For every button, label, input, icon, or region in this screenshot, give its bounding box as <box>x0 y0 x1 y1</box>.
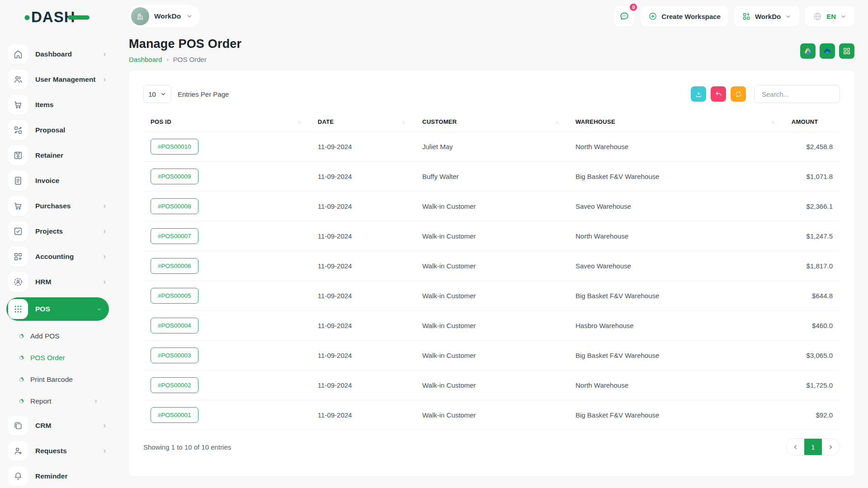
amount-cell: $1,817.0 <box>784 251 840 281</box>
pos-id-chip[interactable]: #POS00010 <box>151 139 198 155</box>
sidebar-subitem-label: Report <box>30 397 52 405</box>
customer-cell: Buffy Walter <box>415 162 568 192</box>
entries-summary: Showing 1 to 10 of 10 entries <box>143 443 231 451</box>
sidebar-item-proposal[interactable]: Proposal <box>8 120 108 140</box>
amount-cell: $1,071.8 <box>784 162 840 192</box>
breadcrumb-dashboard[interactable]: Dashboard <box>129 56 162 63</box>
workspace-name: WorkDo <box>154 12 181 20</box>
pos-id-chip[interactable]: #POS00006 <box>151 258 198 274</box>
sidebar-item-requests[interactable]: Requests <box>8 441 108 461</box>
amount-cell: $644.8 <box>784 281 840 311</box>
sidebar-item-reminder[interactable]: Reminder <box>8 466 108 486</box>
pos-id-chip[interactable]: #POS00009 <box>151 169 198 184</box>
warehouse-cell: Big Basket F&V Warehouse <box>568 341 784 371</box>
chevron-down-icon <box>840 13 847 20</box>
sidebar-item-accounting[interactable]: Accounting <box>8 247 108 267</box>
sidebar-item-label: Projects <box>35 227 63 235</box>
column-label: DATE <box>318 118 334 125</box>
chevron-right-icon <box>101 76 108 83</box>
sidebar-item-label: Items <box>35 101 54 109</box>
sidebar-item-items[interactable]: Items <box>8 95 108 115</box>
date-cell: 11-09-2024 <box>311 251 415 281</box>
customer-cell: Juliet May <box>415 132 568 162</box>
sidebar-item-hrm[interactable]: HRM <box>8 272 108 292</box>
sidebar-item-crm[interactable]: CRM <box>8 416 108 436</box>
invoice-icon <box>13 176 23 186</box>
refresh-button[interactable] <box>731 86 746 102</box>
bell-icon-box <box>8 466 28 486</box>
search-input[interactable] <box>754 85 840 103</box>
sidebar-item-user-management[interactable]: User Management <box>8 70 108 89</box>
sidebar-subitem-add-pos[interactable]: Add POS <box>0 325 115 347</box>
date-cell: 11-09-2024 <box>311 132 415 162</box>
sort-icon: ↑↓ <box>771 119 774 125</box>
column-label: AMOUNT <box>792 118 818 125</box>
workspace-avatar <box>131 7 149 25</box>
bullet-icon <box>19 377 24 382</box>
pos-id-chip[interactable]: #POS00005 <box>151 288 198 304</box>
entries-per-page-value: 10 <box>148 90 156 98</box>
cart-icon <box>13 100 23 110</box>
sidebar-item-retainer[interactable]: Retainer <box>8 145 108 165</box>
grid-squares-button[interactable] <box>839 43 854 59</box>
pagination: 1 <box>786 438 840 455</box>
users-icon <box>13 75 23 84</box>
pos-id-chip[interactable]: #POS00001 <box>151 407 198 423</box>
pos-id-chip[interactable]: #POS00002 <box>151 377 198 393</box>
date-cell: 11-09-2024 <box>311 371 415 400</box>
pagination-prev-button[interactable] <box>787 439 804 455</box>
app-logo[interactable]: DASH <box>0 6 115 26</box>
column-label: CUSTOMER <box>422 118 457 125</box>
table-row: #POS0000311-09-2024Walk-in CustomerBig B… <box>143 341 840 371</box>
column-header-customer[interactable]: CUSTOMER↑↓ <box>415 112 568 132</box>
sidebar-item-label: Accounting <box>35 253 74 261</box>
pos-id-chip[interactable]: #POS00003 <box>151 347 198 363</box>
messages-count-badge: 0 <box>629 3 638 12</box>
column-header-warehouse[interactable]: WAREHOUSE↑↓ <box>568 112 784 132</box>
sidebar-item-pos[interactable]: POS <box>6 297 109 321</box>
sidebar-item-projects[interactable]: Projects <box>8 221 108 241</box>
create-workspace-button[interactable]: Create Workspace <box>641 6 728 27</box>
sidebar-item-dashboard[interactable]: Dashboard <box>8 44 108 64</box>
sidebar-item-label: Proposal <box>35 126 65 134</box>
chevron-right-icon <box>827 444 834 450</box>
onedrive-button[interactable] <box>820 43 835 59</box>
chevron-right-icon <box>93 398 99 404</box>
sidebar-subitem-print-barcode[interactable]: Print Barcode <box>0 369 115 390</box>
table-toolbar: 10 Entries Per Page <box>143 85 840 103</box>
workdo-menu-button[interactable]: WorkDo <box>734 6 799 27</box>
chevron-right-icon <box>101 203 108 210</box>
pos-id-chip[interactable]: #POS00004 <box>151 318 198 333</box>
pagination-page-1[interactable]: 1 <box>804 439 822 455</box>
language-selector[interactable]: EN <box>805 6 854 27</box>
entries-per-page-select[interactable]: 10 <box>143 85 171 103</box>
sidebar-item-invoice[interactable]: Invoice <box>8 171 108 191</box>
pos-id-chip[interactable]: #POS00008 <box>151 198 198 214</box>
globe-icon <box>813 12 822 21</box>
bullet-icon <box>19 399 24 404</box>
pos-orders-table: POS ID↑↓DATE↑↓CUSTOMER↑↓WAREHOUSE↑↓AMOUN… <box>143 112 840 430</box>
refresh-icon <box>735 90 742 98</box>
sidebar-item-label: Reminder <box>35 472 68 480</box>
sidebar-item-label: POS <box>35 305 50 313</box>
table-row: #POS0000211-09-2024Walk-in CustomerNorth… <box>143 371 840 400</box>
date-cell: 11-09-2024 <box>311 400 415 430</box>
pagination-next-button[interactable] <box>822 439 840 455</box>
grid-plus-icon <box>13 252 23 262</box>
google-drive-button[interactable] <box>800 43 816 59</box>
warehouse-cell: Saveo Warehouse <box>568 192 784 221</box>
messages-button[interactable]: 0 <box>614 6 635 27</box>
sidebar-item-purchases[interactable]: Purchases <box>8 196 108 216</box>
column-header-date[interactable]: DATE↑↓ <box>311 112 415 132</box>
pos-id-cell: #POS00002 <box>143 371 311 400</box>
sidebar-subitem-report[interactable]: Report <box>0 390 115 412</box>
dots-grid-icon <box>13 304 23 314</box>
export-button[interactable] <box>691 86 706 102</box>
sidebar-subitem-pos-order[interactable]: POS Order <box>0 347 115 369</box>
chevron-right-icon <box>93 398 99 404</box>
proposal-swap-icon <box>13 125 23 135</box>
workspace-switcher[interactable]: WorkDo <box>129 5 200 28</box>
reset-button[interactable] <box>711 86 726 102</box>
column-header-pos-id[interactable]: POS ID↑↓ <box>143 112 311 132</box>
pos-id-chip[interactable]: #POS00007 <box>151 228 198 244</box>
